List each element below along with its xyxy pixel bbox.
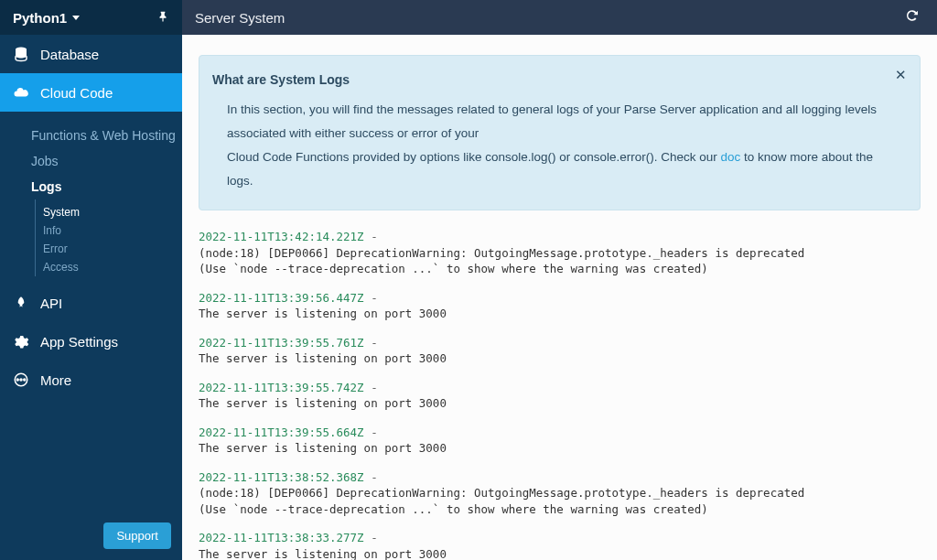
cloud-code-submenu: Functions & Web Hosting Jobs Logs System… xyxy=(0,112,182,284)
close-icon[interactable]: ✕ xyxy=(895,67,907,83)
log-message: The server is listening on port 3000 xyxy=(199,396,447,410)
chevron-down-icon xyxy=(72,16,80,20)
logs-submenu: System Info Error Access xyxy=(35,199,182,276)
log-entry: 2022-11-11T13:38:33.277Z - The server is… xyxy=(199,530,921,560)
log-message: The server is listening on port 3000 xyxy=(199,441,447,455)
sidebar-item-logs-access[interactable]: Access xyxy=(36,258,182,276)
more-icon xyxy=(13,372,29,388)
sidebar-item-api[interactable]: API xyxy=(0,284,182,322)
log-message: The server is listening on port 3000 xyxy=(199,547,447,561)
log-timestamp: 2022-11-11T13:38:52.368Z xyxy=(199,470,364,484)
log-entry: 2022-11-11T13:39:55.761Z - The server is… xyxy=(199,335,921,367)
log-entry: 2022-11-11T13:39:56.447Z - The server is… xyxy=(199,290,921,322)
log-timestamp: 2022-11-11T13:42:14.221Z xyxy=(199,230,364,243)
sidebar-item-logs-error[interactable]: Error xyxy=(36,240,182,258)
sidebar-item-app-settings[interactable]: App Settings xyxy=(0,322,182,361)
info-body-line2a: Cloud Code Functions provided by options… xyxy=(227,150,721,164)
sidebar-item-logs-system[interactable]: System xyxy=(36,203,182,221)
info-body: In this section, you will find the messa… xyxy=(212,98,901,193)
app-selector[interactable]: Python1 xyxy=(13,10,80,26)
info-box: ✕ What are System Logs In this section, … xyxy=(199,55,921,210)
log-entry: 2022-11-11T13:38:52.368Z - (node:18) [DE… xyxy=(199,469,921,518)
sidebar-header: Python1 xyxy=(0,0,182,35)
log-timestamp: 2022-11-11T13:39:56.447Z xyxy=(199,291,364,305)
log-message: The server is listening on port 3000 xyxy=(199,307,447,320)
log-message: (node:18) [DEP0066] DeprecationWarning: … xyxy=(199,246,804,276)
header-bar: Server System xyxy=(182,0,937,35)
svg-point-3 xyxy=(20,379,22,381)
sidebar-item-label: More xyxy=(40,372,71,388)
info-title: What are System Logs xyxy=(212,72,901,87)
logs-list: 2022-11-11T13:42:14.221Z - (node:18) [DE… xyxy=(199,229,921,560)
sidebar: Python1 Database Cloud Code Functions & … xyxy=(0,0,182,560)
log-timestamp: 2022-11-11T13:38:33.277Z xyxy=(199,531,364,544)
sidebar-item-cloud-code[interactable]: Cloud Code xyxy=(0,73,182,112)
database-icon xyxy=(13,46,29,62)
sidebar-item-database[interactable]: Database xyxy=(0,35,182,73)
cloud-icon xyxy=(13,84,29,101)
rocket-icon xyxy=(13,296,29,310)
log-timestamp: 2022-11-11T13:39:55.761Z xyxy=(199,336,364,350)
content-area: ✕ What are System Logs In this section, … xyxy=(182,35,937,560)
log-message: (node:18) [DEP0066] DeprecationWarning: … xyxy=(199,486,804,516)
gear-icon xyxy=(13,333,29,350)
svg-point-4 xyxy=(24,379,26,381)
sidebar-item-label: App Settings xyxy=(40,334,118,350)
info-body-line1: In this section, you will find the messa… xyxy=(227,102,877,140)
sidebar-item-jobs[interactable]: Jobs xyxy=(0,148,182,174)
log-timestamp: 2022-11-11T13:39:55.742Z xyxy=(199,381,364,394)
log-entry: 2022-11-11T13:39:55.664Z - The server is… xyxy=(199,425,921,457)
main: Server System ✕ What are System Logs In … xyxy=(182,0,937,560)
sidebar-item-logs-info[interactable]: Info xyxy=(36,221,182,240)
log-message: The server is listening on port 3000 xyxy=(199,351,447,365)
sidebar-item-label: Cloud Code xyxy=(40,85,113,101)
log-timestamp: 2022-11-11T13:39:55.664Z xyxy=(199,425,364,439)
sidebar-item-more[interactable]: More xyxy=(0,361,182,399)
sidebar-item-label: Database xyxy=(40,47,99,62)
app-name: Python1 xyxy=(13,10,67,26)
support-button[interactable]: Support xyxy=(103,522,171,549)
pin-icon[interactable] xyxy=(156,10,169,26)
sidebar-item-label: API xyxy=(40,296,62,311)
sidebar-item-logs[interactable]: Logs xyxy=(0,174,182,199)
doc-link[interactable]: doc xyxy=(721,150,741,164)
log-entry: 2022-11-11T13:39:55.742Z - The server is… xyxy=(199,380,921,412)
svg-point-2 xyxy=(16,379,18,381)
page-title: Server System xyxy=(195,10,285,26)
sidebar-item-functions[interactable]: Functions & Web Hosting xyxy=(0,123,182,148)
refresh-icon[interactable] xyxy=(904,7,921,28)
log-entry: 2022-11-11T13:42:14.221Z - (node:18) [DE… xyxy=(199,229,921,277)
